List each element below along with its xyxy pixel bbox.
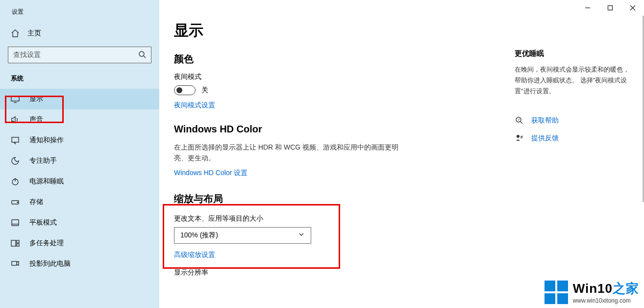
- svg-rect-19: [608, 6, 613, 10]
- help-label: 获取帮助: [531, 116, 559, 125]
- watermark: Win10之家 www.win10xitong.com: [545, 280, 639, 304]
- minimize-button[interactable]: [576, 0, 599, 16]
- search-icon: [138, 51, 146, 60]
- help-icon: ?: [515, 116, 524, 125]
- sidebar-item-display[interactable]: 显示: [0, 89, 159, 109]
- svg-point-17: [517, 135, 520, 138]
- sidebar-item-label: 通知和操作: [29, 136, 64, 145]
- sidebar-item-multitask[interactable]: 多任务处理: [0, 233, 159, 254]
- watermark-url: www.win10xitong.com: [573, 297, 639, 304]
- right-heading: 更优睡眠: [515, 49, 632, 58]
- power-icon: [11, 177, 20, 186]
- sound-icon: [11, 115, 20, 124]
- multitask-icon: [11, 239, 20, 248]
- feedback-link[interactable]: 提供反馈: [515, 134, 632, 143]
- section-label: 系统: [0, 74, 159, 89]
- svg-line-1: [144, 56, 146, 58]
- close-button[interactable]: [621, 0, 644, 16]
- get-help-link[interactable]: ? 获取帮助: [515, 116, 632, 125]
- sidebar-item-focus[interactable]: 专注助手: [0, 151, 159, 171]
- tablet-icon: [11, 218, 20, 227]
- scale-section: 缩放与布局 更改文本、应用等项目的大小 100% (推荐) 高级缩放设置 显示分…: [174, 192, 644, 277]
- sidebar-item-sound[interactable]: 声音: [0, 109, 159, 130]
- sidebar-item-label: 专注助手: [29, 156, 57, 165]
- sidebar: 设置 主页 查找设置 系统 显示 声音 通知和操作 专: [0, 0, 159, 308]
- focus-icon: [11, 156, 20, 165]
- sidebar-item-label: 存储: [29, 198, 43, 206]
- sidebar-item-power[interactable]: 电源和睡眠: [0, 171, 159, 192]
- scale-heading: 缩放与布局: [174, 192, 644, 205]
- app-title: 设置: [0, 5, 159, 25]
- display-icon: [11, 95, 20, 103]
- window-controls: [576, 0, 644, 16]
- scale-dropdown[interactable]: 100% (推荐): [174, 227, 311, 244]
- search-input[interactable]: 查找设置: [8, 47, 151, 63]
- project-icon: [11, 259, 20, 268]
- home-label: 主页: [27, 29, 41, 38]
- right-desc: 在晚间，夜间模式会显示较柔和的暖色，帮助你进入睡眠状态。 选择"夜间模式设置"进…: [515, 64, 632, 97]
- right-pane: 更优睡眠 在晚间，夜间模式会显示较柔和的暖色，帮助你进入睡眠状态。 选择"夜间模…: [515, 49, 632, 152]
- svg-rect-14: [12, 261, 17, 265]
- sidebar-item-label: 电源和睡眠: [29, 177, 64, 186]
- watermark-logo-icon: [545, 281, 568, 304]
- night-mode-toggle[interactable]: [174, 85, 196, 95]
- watermark-title: Win10之家: [573, 280, 639, 297]
- svg-point-8: [17, 202, 18, 203]
- chevron-down-icon: [298, 231, 305, 239]
- search-placeholder: 查找设置: [13, 51, 41, 59]
- resolution-label: 显示分辨率: [174, 268, 644, 277]
- svg-rect-11: [11, 240, 16, 246]
- svg-rect-13: [17, 244, 19, 246]
- page-title: 显示: [174, 21, 644, 41]
- sidebar-item-label: 声音: [29, 115, 43, 124]
- sidebar-item-tablet[interactable]: 平板模式: [0, 212, 159, 233]
- sidebar-item-storage[interactable]: 存储: [0, 192, 159, 212]
- sidebar-item-label: 投影到此电脑: [29, 259, 71, 268]
- sidebar-item-notifications[interactable]: 通知和操作: [0, 130, 159, 151]
- maximize-button[interactable]: [599, 0, 621, 16]
- svg-text:?: ?: [518, 118, 520, 122]
- scale-dropdown-value: 100% (推荐): [180, 231, 218, 240]
- svg-rect-2: [11, 96, 19, 101]
- sidebar-item-label: 平板模式: [29, 218, 57, 227]
- scale-size-label: 更改文本、应用等项目的大小: [174, 214, 644, 223]
- sidebar-item-label: 显示: [29, 95, 43, 103]
- feedback-icon: [515, 134, 524, 143]
- toggle-knob: [176, 87, 182, 93]
- feedback-label: 提供反馈: [531, 134, 559, 143]
- hd-desc: 在上面所选择的显示器上让 HDR 和 WCG 视频、游戏和应用中的画面更明亮、更…: [174, 142, 399, 164]
- home-icon: [11, 29, 20, 38]
- toggle-state: 关: [201, 86, 208, 95]
- hd-settings-link[interactable]: Windows HD Color 设置: [174, 169, 644, 178]
- sidebar-item-label: 多任务处理: [29, 239, 64, 248]
- main-content: 显示 颜色 夜间模式 关 夜间模式设置 Windows HD Color 在上面…: [159, 0, 644, 308]
- advanced-scale-link[interactable]: 高级缩放设置: [174, 251, 644, 259]
- home-nav[interactable]: 主页: [0, 25, 159, 42]
- notifications-icon: [11, 136, 20, 145]
- storage-icon: [11, 198, 20, 206]
- svg-point-0: [139, 51, 144, 56]
- sidebar-item-project[interactable]: 投影到此电脑: [0, 254, 159, 274]
- svg-rect-9: [12, 220, 19, 226]
- svg-rect-4: [12, 137, 19, 142]
- svg-rect-12: [17, 240, 19, 243]
